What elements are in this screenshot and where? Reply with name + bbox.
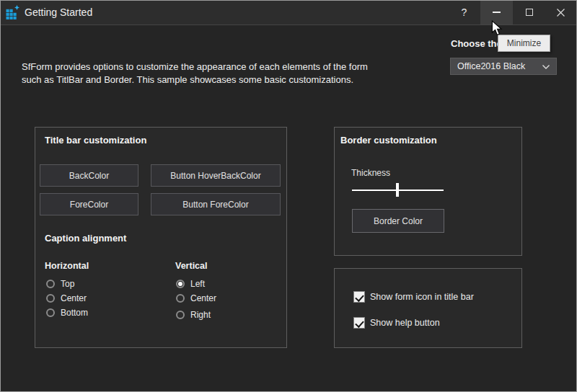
- title-bar: Getting Started ?: [0, 0, 577, 25]
- radio-label: Right: [190, 310, 211, 320]
- border-customization-group: [334, 127, 522, 256]
- radio-label: Center: [61, 293, 87, 303]
- radio-horizontal-bottom[interactable]: Bottom: [46, 308, 88, 318]
- theme-dropdown-value: Office2016 Black: [457, 61, 525, 71]
- horizontal-heading: Horizontal: [45, 261, 89, 271]
- radio-horizontal-center[interactable]: Center: [46, 293, 87, 303]
- checkbox-icon[interactable]: [353, 291, 365, 303]
- radio-icon: [46, 280, 55, 288]
- thickness-label: Thickness: [351, 168, 390, 178]
- backcolor-button[interactable]: BackColor: [40, 164, 138, 187]
- application-window: Getting Started ? SfForm provides option…: [0, 0, 577, 392]
- app-grid-icon: [6, 5, 20, 19]
- radio-vertical-center[interactable]: Center: [176, 293, 216, 303]
- caption-alignment-heading: Caption alignment: [45, 233, 126, 244]
- checkbox-icon[interactable]: [353, 317, 365, 329]
- border-color-button[interactable]: Border Color: [352, 209, 444, 233]
- radio-horizontal-top[interactable]: Top: [46, 279, 74, 289]
- sample-description: SfForm provides options to customize the…: [22, 61, 397, 86]
- forecolor-button[interactable]: ForeColor: [40, 193, 138, 215]
- close-button[interactable]: [545, 0, 577, 24]
- minimize-icon: [493, 12, 501, 13]
- checkbox-label: Show form icon in title bar: [370, 292, 474, 302]
- show-help-button-checkbox-row[interactable]: Show help button: [353, 317, 440, 329]
- radio-label: Left: [190, 279, 205, 289]
- form-options-group: [334, 268, 522, 348]
- radio-icon: [176, 311, 185, 319]
- close-icon: [557, 9, 565, 17]
- maximize-button[interactable]: [513, 0, 545, 24]
- maximize-icon: [526, 9, 533, 16]
- titlebar-customization-heading: Title bar customization: [45, 135, 146, 146]
- description-line-2: such as TitlBar and Border. This sample …: [22, 74, 397, 86]
- border-customization-heading: Border customization: [340, 135, 437, 146]
- radio-icon: [46, 294, 55, 303]
- radio-vertical-right[interactable]: Right: [176, 310, 211, 320]
- radio-label: Top: [61, 279, 74, 289]
- radio-label: Bottom: [61, 308, 88, 318]
- button-hoverbackcolor-button[interactable]: Button HoverBackColor: [151, 164, 281, 187]
- radio-icon: [176, 280, 185, 288]
- show-form-icon-checkbox-row[interactable]: Show form icon in title bar: [353, 291, 474, 303]
- radio-icon: [46, 308, 55, 317]
- button-forecolor-button[interactable]: Button ForeColor: [151, 193, 281, 215]
- checkbox-label: Show help button: [370, 318, 440, 328]
- radio-label: Center: [190, 293, 216, 303]
- radio-icon: [176, 294, 185, 303]
- minimize-tooltip: Minimize: [498, 35, 550, 52]
- theme-dropdown[interactable]: Office2016 Black: [450, 58, 557, 75]
- thickness-slider-thumb[interactable]: [396, 183, 399, 197]
- minimize-button[interactable]: [480, 0, 513, 24]
- help-button[interactable]: ?: [448, 0, 480, 24]
- choose-theme-label: Choose the: [451, 38, 502, 49]
- vertical-heading: Vertical: [175, 261, 207, 271]
- radio-vertical-left[interactable]: Left: [176, 279, 205, 289]
- chevron-down-icon: [542, 65, 550, 69]
- window-title: Getting Started: [25, 0, 92, 25]
- description-line-1: SfForm provides options to customize the…: [22, 61, 397, 74]
